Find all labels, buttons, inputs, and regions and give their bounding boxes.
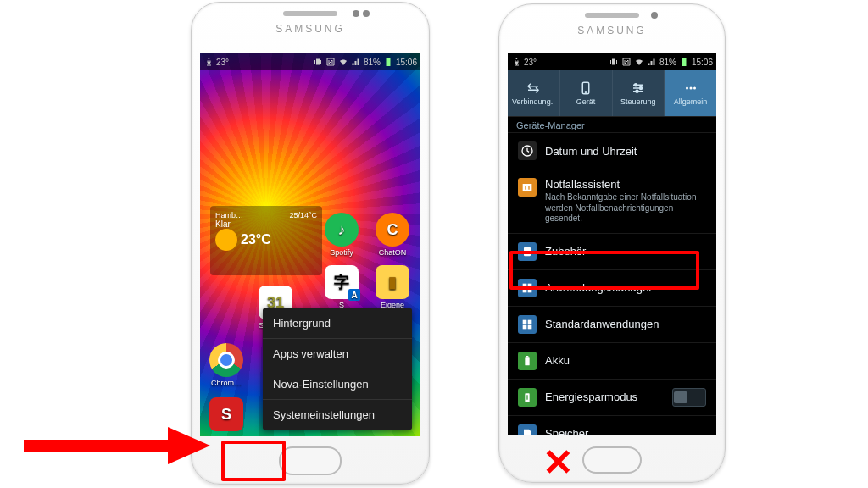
menu-system-settings[interactable]: Systemeinstellungen (263, 400, 412, 430)
row-storage[interactable]: Speicher (508, 415, 716, 435)
statusbar: 23° 81% 15:06 (200, 53, 420, 70)
hilo-label: 25/14°C (289, 211, 317, 219)
row-label: Akku (545, 354, 570, 367)
nfc-icon (621, 57, 632, 67)
row-battery[interactable]: Akku (508, 342, 716, 379)
accessory-icon (518, 242, 537, 261)
row-app-manager[interactable]: Anwendungsmanager (508, 269, 716, 306)
translator-icon: 字A (325, 265, 359, 299)
svg-point-4 (636, 90, 638, 92)
svg-point-6 (689, 87, 692, 90)
home-button[interactable] (582, 446, 642, 474)
canvas: SAMSUNG 23° 81% 15:06 (0, 0, 868, 488)
vibrate-icon (313, 57, 323, 67)
row-datetime[interactable]: Datum und Uhrzeit (508, 132, 716, 169)
brand-label: SAMSUNG (192, 23, 429, 35)
sun-icon (215, 229, 237, 251)
app-spotify[interactable]: ♪Spotify (322, 213, 361, 257)
row-powersave[interactable]: Energiesparmodus (508, 379, 716, 415)
row-emergency[interactable]: Notfallassistent Nach Bekanntgabe einer … (508, 169, 716, 233)
usb-icon (511, 57, 521, 67)
svg-rect-9 (524, 247, 531, 256)
chaton-icon: C (376, 213, 409, 247)
svg-point-5 (686, 87, 688, 90)
svg-point-3 (639, 87, 642, 90)
svg-rect-12 (523, 288, 527, 292)
storage-icon (518, 424, 537, 435)
row-label: Standardanwendungen (545, 318, 659, 330)
svg-rect-16 (523, 324, 527, 329)
folder-icon: ▮ (376, 265, 409, 299)
nfc-icon (326, 57, 336, 67)
app-chrome[interactable]: Chrom… (207, 343, 246, 387)
svg-point-1 (585, 92, 587, 93)
badge: A (348, 289, 360, 301)
more-icon (683, 80, 698, 96)
tab-label: Verbindung.. (512, 97, 555, 106)
controls-icon (631, 80, 646, 96)
home-button[interactable] (279, 446, 342, 475)
statusbar: 23° 81% 15:06 (508, 53, 716, 70)
svg-rect-18 (525, 357, 529, 365)
vibrate-icon (609, 57, 619, 67)
menu-wallpaper[interactable]: Hintergrund (263, 308, 412, 339)
device-icon (578, 80, 593, 96)
powersave-toggle[interactable] (672, 388, 706, 407)
svg-rect-10 (523, 283, 527, 287)
app-label: ChatON (379, 248, 407, 257)
usb-icon (203, 57, 214, 67)
temp-label: 23°C (241, 232, 271, 247)
menu-nova-settings[interactable]: Nova-Einstellungen (263, 369, 412, 400)
status-clock: 15:06 (396, 58, 417, 67)
tab-label: Steuerung (620, 97, 656, 106)
svg-rect-11 (528, 283, 532, 287)
menu-manage-apps[interactable]: Apps verwalten (263, 339, 412, 369)
row-label: Zubehör (545, 245, 586, 258)
arrow-annotation (24, 422, 210, 469)
connections-icon (526, 80, 541, 96)
glyph: 字 (334, 272, 349, 292)
app-label: Spotify (330, 248, 353, 257)
status-temp: 23° (524, 58, 537, 67)
brand-label: SAMSUNG (499, 25, 725, 36)
row-label: Notfallassistent (545, 178, 620, 191)
sensor-dot (353, 10, 359, 17)
row-label: Speicher (545, 427, 588, 435)
row-default-apps[interactable]: Standardanwendungen (508, 306, 716, 342)
homescreen[interactable]: Hamb… 25/14°C Klar 23°C ♪Spotify CChatON… (200, 70, 420, 436)
row-accessory[interactable]: Zubehör (508, 233, 716, 269)
screen-left: 23° 81% 15:06 Hamb… 25/14°C (200, 53, 420, 436)
s-icon: S (209, 397, 243, 431)
signal-icon (647, 57, 657, 67)
svg-rect-14 (523, 319, 527, 324)
status-battery-pct: 81% (659, 58, 676, 67)
battery-icon (679, 57, 689, 67)
svg-rect-13 (528, 288, 532, 292)
weather-widget[interactable]: Hamb… 25/14°C Klar 23°C (210, 206, 322, 275)
earpiece (283, 11, 337, 16)
svg-rect-19 (526, 356, 529, 357)
status-temp: 23° (216, 58, 229, 67)
signal-icon (351, 57, 361, 67)
wifi-icon (634, 57, 644, 67)
svg-rect-17 (528, 324, 532, 329)
tab-controls[interactable]: Steuerung (613, 70, 665, 116)
default-apps-icon (518, 315, 537, 334)
screen-right: 23° 81% 15:06 Verbindung.. (508, 53, 716, 435)
menu-label: Systemeinstellungen (273, 408, 375, 421)
sos-icon (518, 178, 537, 197)
section-device-manager: Geräte-Manager (508, 116, 716, 132)
menu-label: Apps verwalten (273, 347, 348, 360)
spotify-icon: ♪ (325, 213, 359, 247)
tab-connections[interactable]: Verbindung.. (508, 70, 560, 116)
row-label: Datum und Uhrzeit (545, 145, 637, 158)
status-clock: 15:06 (692, 58, 713, 67)
tab-general[interactable]: Allgemein (665, 70, 716, 116)
tab-device[interactable]: Gerät (560, 70, 613, 116)
clock-icon (518, 141, 537, 160)
app-s[interactable]: S (207, 397, 246, 433)
powersave-icon (518, 388, 537, 407)
app-chaton[interactable]: CChatON (373, 213, 412, 257)
svg-point-7 (693, 87, 696, 90)
svg-rect-15 (528, 319, 532, 324)
